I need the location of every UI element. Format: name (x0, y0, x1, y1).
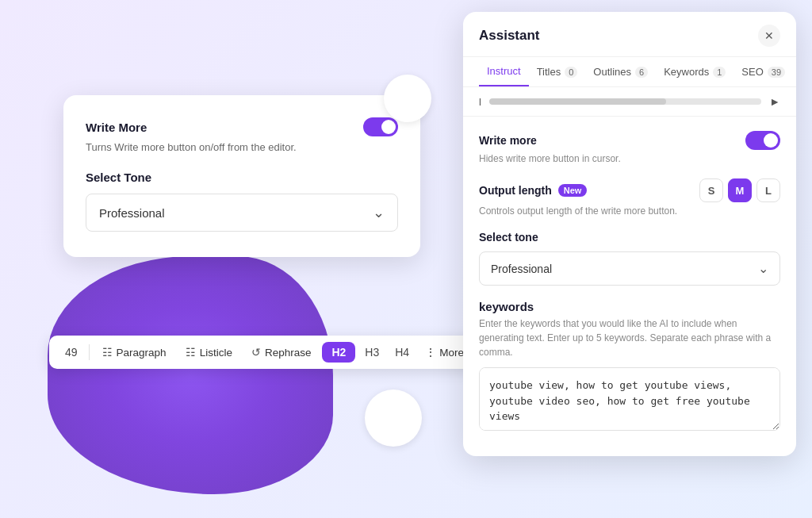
tab-outlines-label: Outlines (593, 66, 631, 78)
write-more-panel-toggle[interactable] (745, 131, 780, 150)
left-card: Write More Turns Write more button on/of… (63, 95, 420, 257)
divider-1 (89, 344, 90, 360)
progress-bar-fill (489, 98, 666, 105)
tab-titles[interactable]: Titles 0 (529, 58, 586, 86)
write-more-setting: Write more Hides write more button in cu… (479, 131, 780, 164)
output-length-label: Output length (479, 184, 552, 197)
tab-seo-label: SEO (741, 66, 763, 78)
keywords-desc: Enter the keywords that you would like t… (479, 317, 780, 359)
tab-keywords-label: Keywords (664, 66, 709, 78)
paragraph-icon: ☷ (102, 346, 113, 359)
h4-button[interactable]: H4 (389, 342, 416, 363)
keywords-section: keywords Enter the keywords that you wou… (479, 300, 780, 434)
chevron-down-panel-icon: ⌄ (758, 261, 768, 276)
write-more-toggle[interactable] (363, 117, 398, 136)
listicle-button[interactable]: ☷ Listicle (178, 342, 240, 363)
tab-titles-badge: 0 (565, 67, 577, 78)
chevron-down-icon: ⌄ (373, 204, 385, 221)
tab-seo-badge: 39 (768, 67, 785, 78)
output-length-setting: Output length New S M L Controls output … (479, 178, 780, 217)
size-buttons: S M L (699, 178, 780, 202)
progress-bar (489, 98, 761, 105)
panel-tabs: Instruct Titles 0 Outlines 6 Keywords 1 … (463, 57, 796, 87)
write-more-desc: Turns Write more button on/off from the … (86, 141, 398, 153)
right-panel: Assistant ✕ Instruct Titles 0 Outlines 6… (463, 12, 796, 456)
more-dots-icon: ⋮ (425, 346, 436, 359)
tab-titles-label: Titles (537, 66, 561, 78)
rephrase-icon: ↺ (251, 346, 261, 359)
tone-dropdown[interactable]: Professional ⌄ (86, 194, 398, 232)
listicle-label: Listicle (200, 347, 232, 359)
listicle-icon: ☷ (186, 346, 196, 359)
size-l-button[interactable]: L (756, 178, 780, 202)
tab-keywords-badge: 1 (713, 67, 726, 78)
select-tone-panel-label: Select tone (479, 231, 780, 244)
decorative-circle-1 (384, 75, 431, 122)
panel-header: Assistant ✕ (463, 12, 796, 57)
panel-content: Write more Hides write more button in cu… (463, 117, 796, 456)
tone-dropdown-value: Professional (99, 206, 165, 220)
toolbar-count: 49 (59, 343, 84, 362)
tab-keywords[interactable]: Keywords 1 (656, 58, 733, 86)
keywords-title: keywords (479, 300, 780, 313)
background-blob (48, 256, 333, 494)
panel-title: Assistant (479, 28, 540, 44)
h3-button[interactable]: H3 (358, 342, 385, 363)
progress-label-short: l (479, 96, 481, 108)
h2-button[interactable]: H2 (322, 342, 355, 363)
rephrase-label: Rephrase (265, 347, 312, 359)
tone-panel-value: Professional (491, 263, 552, 275)
more-label: More (439, 347, 464, 359)
progress-arrow-icon[interactable]: ► (769, 95, 780, 108)
new-badge: New (558, 184, 588, 197)
output-length-desc: Controls output length of the write more… (479, 205, 780, 217)
decorative-circle-2 (365, 389, 422, 447)
progress-row: l ► (463, 87, 796, 117)
tab-outlines-badge: 6 (635, 67, 648, 78)
toolbar: 49 ☷ Paragraph ☷ Listicle ↺ Rephrase H2 … (49, 336, 480, 369)
paragraph-button[interactable]: ☷ Paragraph (94, 342, 174, 363)
close-button[interactable]: ✕ (758, 25, 780, 47)
select-tone-panel-row: Select tone Professional ⌄ (479, 231, 780, 286)
tab-instruct[interactable]: Instruct (479, 57, 529, 86)
close-icon: ✕ (764, 29, 774, 42)
tone-panel-dropdown[interactable]: Professional ⌄ (479, 251, 780, 286)
tab-outlines[interactable]: Outlines 6 (585, 58, 656, 86)
write-more-setting-desc: Hides write more button in cursor. (479, 153, 780, 164)
keywords-textarea[interactable]: youtube view, how to get youtube views, … (479, 367, 780, 431)
write-more-label: Write More (86, 121, 147, 134)
tab-hi[interactable]: Hi (793, 58, 796, 86)
paragraph-label: Paragraph (117, 347, 167, 359)
size-s-button[interactable]: S (699, 178, 723, 202)
tab-seo[interactable]: SEO 39 (733, 58, 793, 86)
tab-instruct-label: Instruct (487, 65, 521, 77)
rephrase-button[interactable]: ↺ Rephrase (243, 342, 320, 363)
select-tone-label: Select Tone (86, 171, 398, 184)
size-m-button[interactable]: M (728, 178, 752, 202)
write-more-setting-label: Write more (479, 134, 537, 147)
